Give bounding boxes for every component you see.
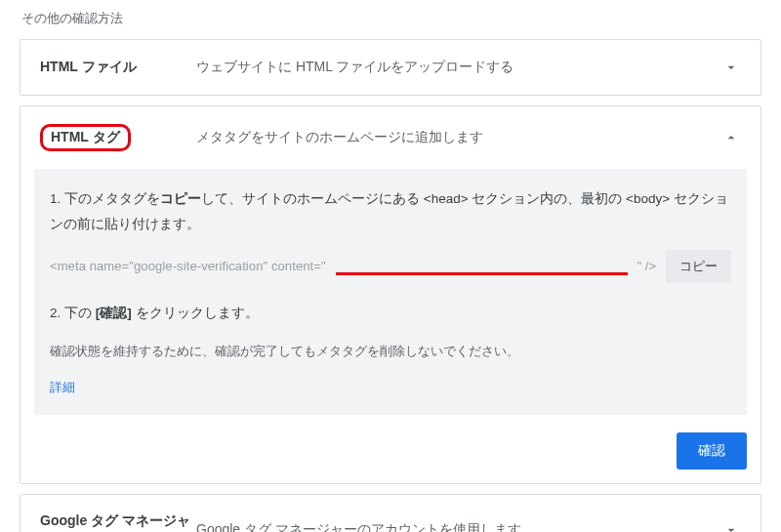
step2-text-a: 2. 下の	[50, 306, 96, 320]
code-row: <meta name="google-site-verification" co…	[50, 250, 731, 283]
panel-desc: メタタグをサイトのホームページに追加します	[196, 129, 721, 146]
panel-title: Google タグ マネージャー	[40, 512, 196, 532]
panel-body-html-tag: 1. 下のメタタグをコピーして、サイトのホームページにある <head> セクシ…	[34, 169, 747, 415]
panel-title: HTML ファイル	[40, 59, 196, 76]
step-1: 1. 下のメタタグをコピーして、サイトのホームページにある <head> セクシ…	[50, 186, 731, 236]
chevron-down-icon	[721, 58, 741, 77]
step2-bold: [確認]	[96, 306, 132, 320]
confirm-button[interactable]: 確認	[677, 432, 747, 470]
panel-tag-manager: Google タグ マネージャー Google タグ マネージャーのアカウントを…	[20, 494, 761, 532]
chevron-down-icon	[721, 520, 741, 532]
step2-text-b: をクリックします。	[132, 306, 259, 320]
panel-desc: ウェブサイトに HTML ファイルをアップロードする	[196, 59, 721, 76]
panel-header-html-file[interactable]: HTML ファイル ウェブサイトに HTML ファイルをアップロードする	[21, 40, 760, 95]
panel-header-html-tag[interactable]: HTML タグ メタタグをサイトのホームページに追加します	[21, 106, 760, 169]
panel-html-file: HTML ファイル ウェブサイトに HTML ファイルをアップロードする	[20, 39, 761, 96]
step1-text-a: 1. 下のメタタグを	[50, 191, 160, 206]
step1-bold: コピー	[160, 191, 201, 206]
code-open: <meta name="google-site-verification" co…	[50, 255, 326, 279]
step-2: 2. 下の [確認] をクリックします。	[50, 301, 731, 326]
highlight-box: HTML タグ	[40, 124, 131, 151]
code-close: " />	[637, 255, 656, 279]
redline-icon	[336, 272, 628, 275]
panel-desc: Google タグ マネージャーのアカウントを使用します	[196, 521, 721, 532]
chevron-up-icon	[721, 128, 741, 147]
panel-title: HTML タグ	[51, 129, 120, 144]
section-label: その他の確認方法	[20, 10, 761, 27]
confirm-row: 確認	[21, 429, 760, 483]
copy-button[interactable]: コピー	[666, 250, 731, 283]
panel-header-tag-manager[interactable]: Google タグ マネージャー Google タグ マネージャーのアカウントを…	[21, 495, 760, 532]
redacted-content	[336, 258, 628, 275]
note-text: 確認状態を維持するために、確認が完了してもメタタグを削除しないでください。	[50, 340, 731, 364]
panel-html-tag: HTML タグ メタタグをサイトのホームページに追加します 1. 下のメタタグを…	[20, 105, 761, 484]
details-link[interactable]: 詳細	[50, 376, 731, 400]
